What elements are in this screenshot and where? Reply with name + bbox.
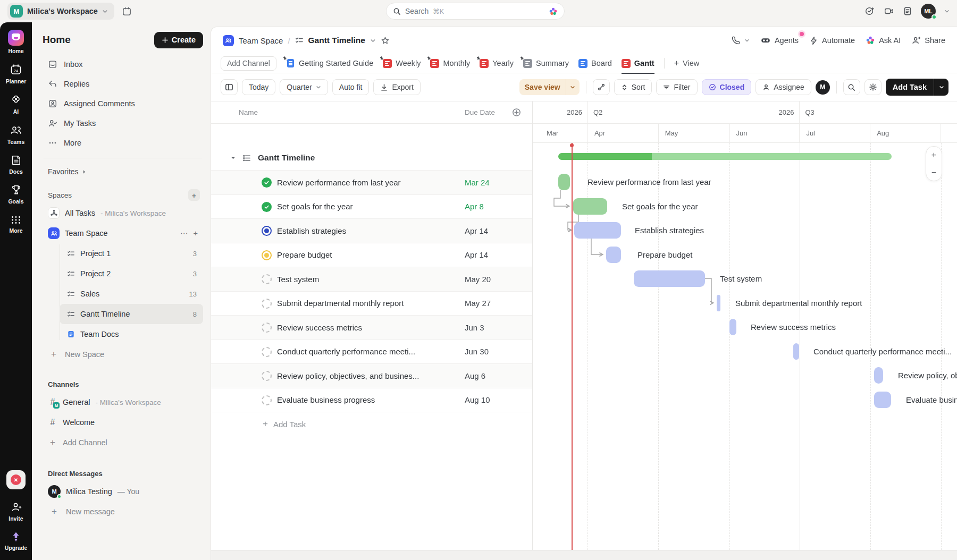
video-icon[interactable] [884, 6, 894, 16]
add-column-button[interactable] [512, 108, 521, 117]
month-cell[interactable]: Aug [870, 124, 941, 142]
sidebar-item-sales[interactable]: Sales 13 [60, 284, 203, 304]
tab-getting-started-guide[interactable]: Getting Started Guide [286, 54, 373, 73]
task-due-date[interactable]: Aug 10 [465, 395, 490, 404]
save-view-button[interactable]: Save view [519, 79, 580, 95]
notes-icon[interactable] [903, 6, 912, 16]
workspace-switcher[interactable]: M Milica's Workspace [7, 3, 114, 20]
task-status-icon[interactable] [262, 226, 272, 236]
assignee-avatar[interactable]: M [816, 80, 830, 95]
rail-item-planner[interactable]: 24 Planner [6, 63, 27, 84]
rail-item-teams[interactable]: Teams [7, 124, 25, 145]
sidebar-item-team-space[interactable]: Team Space ⋯+ [43, 223, 203, 243]
automate-button[interactable]: Automate [809, 36, 855, 45]
month-cell[interactable]: Jun [729, 124, 800, 142]
task-row[interactable]: Set goals for the yearApr 8 [211, 194, 532, 219]
gantt-bar[interactable] [573, 198, 607, 215]
sidebar-item-project-2[interactable]: Project 2 3 [60, 264, 203, 284]
new-message-button[interactable]: + New message [43, 502, 203, 522]
ai-flower-icon[interactable] [549, 7, 558, 16]
save-view-chevron[interactable] [566, 79, 580, 95]
task-row[interactable]: Submit departmental monthly reportMay 27 [211, 291, 532, 316]
range-select[interactable]: Quarter [280, 79, 328, 95]
task-status-icon[interactable] [262, 323, 272, 333]
rail-item-invite[interactable]: Invite [9, 501, 23, 522]
sidebar-item-more[interactable]: More [43, 133, 203, 152]
gantt-bar[interactable] [874, 367, 883, 384]
name-column-header[interactable]: Name [239, 108, 258, 116]
today-button[interactable]: Today [242, 79, 275, 95]
add-channel-tab-button[interactable]: Add Channel [221, 56, 276, 71]
task-row[interactable]: Review policy, objectives, and busines..… [211, 363, 532, 388]
add-view-button[interactable]: + View [674, 58, 700, 68]
add-task-chevron[interactable] [934, 79, 948, 96]
task-due-date[interactable]: Aug 6 [465, 371, 485, 380]
add-task-button[interactable]: Add Task [886, 79, 948, 96]
tab-weekly[interactable]: Weekly [383, 54, 421, 73]
settings-button[interactable] [864, 79, 882, 95]
month-cell[interactable] [941, 124, 957, 142]
gantt-bar[interactable] [793, 343, 799, 360]
auto-fit-button[interactable]: Auto fit [332, 79, 370, 95]
global-search[interactable]: Search ⌘K [386, 3, 565, 20]
month-cell[interactable]: Jul [799, 124, 870, 142]
month-cell[interactable]: May [658, 124, 729, 142]
tab-gantt[interactable]: Gantt [622, 54, 654, 73]
space-add-button[interactable]: + [194, 229, 198, 237]
new-task-icon[interactable] [864, 6, 875, 16]
sidebar-item-project-1[interactable]: Project 1 3 [60, 243, 203, 264]
task-row[interactable]: Review performance from last yearMar 24 [211, 170, 532, 194]
gantt-bar[interactable] [634, 270, 705, 287]
gantt-bar[interactable] [874, 392, 891, 408]
task-status-icon[interactable] [262, 299, 272, 309]
favorite-star-icon[interactable] [381, 36, 390, 45]
gantt-bar[interactable] [606, 247, 621, 263]
task-name[interactable]: Conduct quarterly performance meeti... [277, 347, 458, 356]
favorites-toggle[interactable]: Favorites [43, 164, 203, 180]
rail-item-upgrade[interactable]: Upgrade [5, 531, 28, 551]
group-row[interactable]: Gantt Timeline [211, 146, 532, 170]
rail-item-docs[interactable]: Docs [9, 154, 23, 175]
task-status-icon[interactable] [262, 274, 272, 284]
closed-filter-toggle[interactable]: Closed [702, 79, 752, 95]
due-date-column-header[interactable]: Due Date [465, 108, 495, 116]
collapse-caret-icon[interactable] [230, 155, 236, 161]
breadcrumb-space[interactable]: Team Space [239, 36, 283, 45]
sidebar-item-my-tasks[interactable]: My Tasks [43, 113, 203, 133]
task-status-icon[interactable] [262, 395, 272, 405]
task-due-date[interactable]: May 20 [465, 275, 491, 284]
task-row[interactable]: Evaluate business progressAug 10 [211, 388, 532, 412]
task-name[interactable]: Test system [277, 275, 458, 284]
toggle-sidebar-button[interactable] [221, 79, 238, 95]
task-row[interactable]: Review success metricsJun 3 [211, 315, 532, 340]
task-name[interactable]: Evaluate business progress [277, 395, 458, 404]
agents-button[interactable]: Agents [760, 35, 799, 46]
task-status-icon[interactable] [262, 177, 272, 188]
rail-item-goals[interactable]: Goals [8, 184, 23, 205]
space-more-button[interactable]: ⋯ [180, 229, 188, 237]
channel-general[interactable]: #M General - Milica's Workspace [43, 392, 203, 412]
assignee-button[interactable]: Assignee [755, 79, 811, 95]
task-due-date[interactable]: Apr 14 [465, 250, 488, 259]
search-tasks-button[interactable] [843, 79, 860, 95]
task-row[interactable]: Prepare budgetApr 14 [211, 243, 532, 267]
rail-item-home[interactable]: Home [8, 30, 24, 54]
task-status-icon[interactable] [262, 347, 272, 357]
share-button[interactable]: Share [911, 36, 945, 45]
zoom-in-button[interactable]: + [928, 149, 940, 161]
gantt-bar[interactable] [717, 295, 720, 311]
summary-progress-bar[interactable] [558, 153, 892, 160]
sort-button[interactable]: Sort [614, 79, 652, 95]
task-due-date[interactable]: Apr 14 [465, 226, 488, 235]
task-row[interactable]: Establish strategiesApr 14 [211, 218, 532, 243]
recording-button[interactable]: ✕ [6, 470, 26, 489]
task-name[interactable]: Submit departmental monthly report [277, 299, 458, 308]
add-channel-button[interactable]: + Add Channel [43, 432, 203, 453]
tab-board[interactable]: Board [578, 54, 612, 73]
channel-welcome[interactable]: # Welcome [43, 412, 203, 432]
zoom-out-button[interactable]: − [928, 166, 940, 179]
filter-button[interactable]: Filter [656, 79, 697, 95]
user-avatar[interactable]: ML [921, 4, 936, 19]
task-status-icon[interactable] [262, 202, 272, 212]
ask-ai-button[interactable]: Ask AI [866, 36, 901, 45]
